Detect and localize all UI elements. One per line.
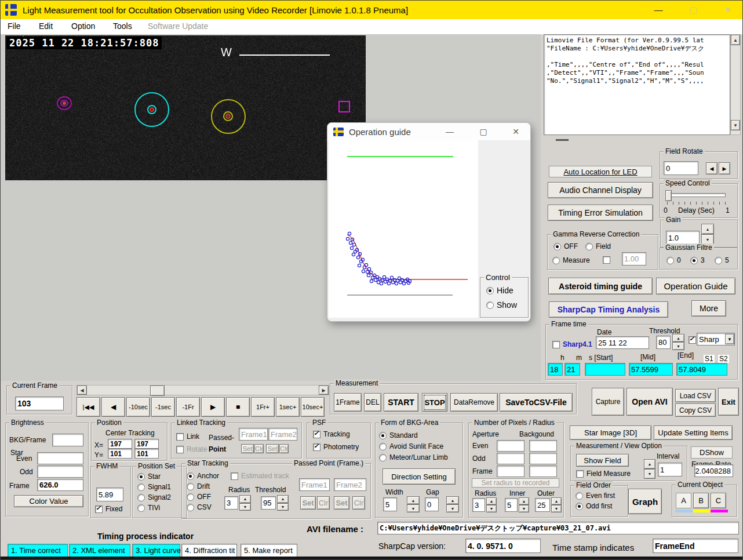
thr-up-icon[interactable]: ▲	[277, 495, 289, 503]
step-back-button[interactable]: ◀	[101, 397, 125, 417]
frame-scrollbar[interactable]: ◀ ▶	[77, 385, 329, 395]
background-frame-input[interactable]	[529, 466, 557, 477]
audio-channel-display-button[interactable]: Audio Channel Display	[548, 182, 653, 198]
current-frame-input[interactable]: 103	[15, 397, 64, 410]
star-frame-input[interactable]: 626.0	[37, 479, 83, 491]
estimated-track-checkbox[interactable]: Estimated track	[231, 472, 289, 480]
menu-software-update[interactable]: Software Update	[148, 21, 208, 31]
width-down-icon[interactable]: ▼	[407, 504, 420, 512]
open-avi-button[interactable]: Open AVI	[627, 388, 673, 416]
width-up-icon[interactable]: ▲	[407, 496, 420, 504]
close-button[interactable]: ✕	[719, 3, 737, 17]
back-10sec-button[interactable]: -10sec	[126, 397, 150, 417]
odd-first-radio[interactable]: Odd first	[576, 502, 612, 510]
resize-dash[interactable]	[556, 139, 569, 141]
sharpcap-version-input[interactable]: 4. 0. 9571. 0	[465, 539, 541, 553]
linked-frame2-input[interactable]: Frame2	[268, 428, 297, 441]
posset-tivi-radio[interactable]: TIVi	[137, 504, 160, 512]
menu-option[interactable]: Option	[71, 21, 95, 31]
y-center-value[interactable]: 101	[108, 449, 132, 459]
threshold-input[interactable]: 80	[656, 336, 671, 349]
update-setting-items-button[interactable]: Update Setting Items	[654, 426, 733, 440]
threshold-down-icon[interactable]: ▼	[672, 342, 684, 350]
radius-input[interactable]: 3	[472, 498, 485, 512]
one-frame-button[interactable]: 1Frame	[334, 393, 362, 412]
frame-scrollbar-thumb[interactable]	[150, 386, 165, 396]
operation-guide-button[interactable]: Operation Guide	[656, 278, 735, 294]
exit-button[interactable]: Exit	[718, 388, 739, 416]
second-mid-value[interactable]: 57.5599	[629, 363, 673, 376]
color-value-button[interactable]: Color Value	[14, 495, 83, 507]
thr-down-icon[interactable]: ▼	[277, 503, 289, 511]
gain-up-icon[interactable]: ▲	[701, 224, 714, 234]
linked-frame1-input[interactable]: Frame1	[239, 428, 268, 441]
tracking-off-radio[interactable]: OFF	[187, 493, 211, 501]
frame-scroll-left-icon[interactable]: ◀	[77, 386, 87, 395]
second-end-value[interactable]: 57.8049	[676, 363, 727, 376]
hour-value[interactable]: 18	[548, 363, 563, 376]
tracking-drift-radio[interactable]: Drift	[187, 482, 210, 490]
minute-value[interactable]: 21	[564, 363, 580, 376]
fwhm-fixed-checkbox[interactable]: Fixed	[95, 505, 122, 513]
passed-clr1-button[interactable]: Clr	[317, 496, 330, 510]
tracking-anchor-radio[interactable]: Anchor	[187, 472, 219, 480]
menu-tools[interactable]: Tools	[113, 21, 132, 31]
speed-slider-track[interactable]	[666, 193, 726, 197]
maximize-button[interactable]: ▢	[684, 3, 702, 17]
interval-down-icon[interactable]: ▼	[644, 469, 655, 479]
inner-spinner[interactable]: ▲ ▼	[519, 497, 529, 512]
outer-spinner[interactable]: ▲ ▼	[551, 497, 562, 512]
outer-down-icon[interactable]: ▼	[551, 505, 562, 512]
more-button[interactable]: More	[691, 300, 726, 317]
show-field-button[interactable]: Show Field	[576, 454, 629, 467]
date-input[interactable]: 25 11 22	[596, 336, 649, 349]
object-c-button[interactable]: C	[711, 493, 726, 508]
even-first-radio[interactable]: Even first	[576, 492, 615, 500]
sharp-dropdown-icon[interactable]: ▼	[725, 334, 734, 344]
sharp41-checkbox[interactable]: Sharp4.1	[552, 340, 592, 348]
set-radius-recorded-button[interactable]: Set radius to recorded	[472, 478, 559, 488]
interval-spinner[interactable]: ▲ ▼	[644, 459, 655, 479]
x-tracking-value[interactable]: 197	[134, 439, 159, 449]
linked-set1-button[interactable]: Set	[241, 444, 254, 453]
star-image-3d-button[interactable]: Star Image [3D]	[570, 426, 651, 440]
operation-guide-titlebar[interactable]: Operation guide	[327, 123, 530, 141]
inner-down-icon[interactable]: ▼	[519, 505, 529, 512]
passed-set2-button[interactable]: Set	[334, 496, 349, 510]
px-radius-down-icon[interactable]: ▼	[486, 505, 497, 512]
psf-photometry-checkbox[interactable]: Photometry	[313, 443, 359, 451]
fwhm-value-input[interactable]: 5.89	[96, 488, 123, 501]
rotate-right-icon[interactable]: ▶	[719, 162, 730, 174]
link-checkbox[interactable]: Link	[176, 432, 199, 441]
og-minimize-button[interactable]: —	[442, 125, 457, 139]
width-input[interactable]: 5	[383, 497, 397, 511]
tracking-threshold-input[interactable]: 95	[261, 496, 276, 510]
avi-filename-input[interactable]: C:¥Users¥yhide¥OneDrive¥デスクトップ¥capture¥0…	[377, 522, 739, 534]
start-button[interactable]: START	[384, 393, 418, 412]
aperture-frame-input[interactable]	[497, 466, 525, 477]
skip-start-button[interactable]: |◀◀	[77, 397, 100, 417]
tracking-threshold-spinner[interactable]: ▲ ▼	[277, 495, 289, 511]
field-measure-checkbox[interactable]: Field Measure	[576, 470, 631, 478]
star-even-input[interactable]	[37, 452, 83, 464]
file-format-textbox[interactable]: Limovie File Format (for Ver.0.9.99.5 la…	[544, 34, 730, 135]
object-a-button[interactable]: A	[676, 493, 691, 508]
passed-frame2-input[interactable]: Frame2	[334, 478, 366, 491]
dshow-button[interactable]: DShow	[691, 446, 733, 459]
og-maximize-button[interactable]: ▢	[476, 125, 491, 139]
gamma-measure-checkbox[interactable]	[603, 256, 613, 264]
speed-slider-thumb[interactable]	[665, 190, 672, 201]
tracking-radius-spinner[interactable]: ▲ ▼	[239, 495, 251, 511]
linked-clr2-button[interactable]: Clr	[279, 444, 289, 453]
bkg-meteor-radio[interactable]: Meteor/Lunar Limb	[379, 453, 448, 461]
fwd-1frame-button[interactable]: 1Fr+	[251, 397, 275, 417]
object-b-button[interactable]: B	[693, 493, 709, 508]
gain-spinner[interactable]: ▲ ▼	[701, 224, 714, 245]
gain-input[interactable]: 1.0	[666, 231, 700, 245]
og-close-button[interactable]: ✕	[508, 125, 523, 139]
threshold-up-icon[interactable]: ▲	[672, 334, 684, 342]
psf-tracking-checkbox[interactable]: Tracking	[313, 430, 350, 438]
gamma-value-input[interactable]: 1.00	[622, 252, 646, 266]
format-scrollbar[interactable]: ▲ ▼	[730, 34, 741, 135]
gap-input[interactable]: 0	[425, 497, 439, 511]
